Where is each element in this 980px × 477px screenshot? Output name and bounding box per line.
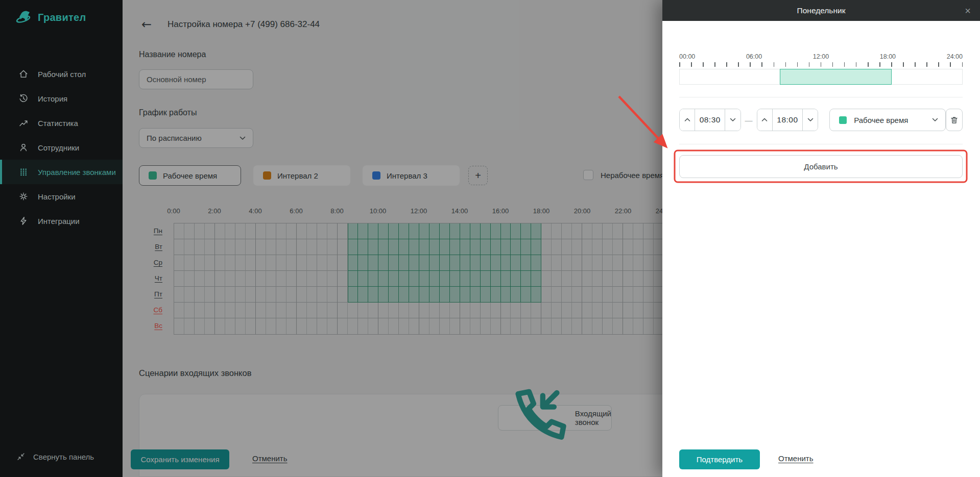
grid-cell[interactable] (205, 271, 215, 287)
grid-cell[interactable] (491, 255, 501, 271)
grid-cell[interactable] (307, 318, 317, 334)
grid-cell[interactable] (491, 223, 501, 239)
grid-cell[interactable] (429, 239, 440, 255)
grid-cell[interactable] (266, 303, 276, 318)
back-button[interactable]: ← (141, 17, 152, 32)
nonworking-checkbox[interactable] (583, 170, 593, 180)
time-from-up-button[interactable] (680, 109, 695, 131)
grid-cell[interactable] (205, 318, 215, 334)
incoming-call-button[interactable]: Входящий звонок (498, 405, 612, 431)
grid-cell[interactable] (246, 287, 256, 303)
grid-cell[interactable] (643, 271, 654, 287)
grid-cell[interactable] (511, 239, 521, 255)
grid-cell[interactable] (327, 318, 338, 334)
grid-cell[interactable] (419, 318, 429, 334)
grid-cell[interactable] (389, 287, 399, 303)
interval-type-select[interactable]: Рабочее время (829, 109, 945, 131)
grid-cell[interactable] (501, 255, 511, 271)
grid-cell[interactable] (592, 223, 603, 239)
grid-cell[interactable] (235, 271, 246, 287)
grid-cell[interactable] (246, 255, 256, 271)
grid-cell[interactable] (429, 303, 440, 318)
grid-cell[interactable] (654, 303, 662, 318)
grid-cell[interactable] (429, 255, 440, 271)
grid-cell[interactable] (317, 223, 327, 239)
timeline-interval-block[interactable] (780, 69, 892, 85)
grid-cell[interactable] (297, 255, 307, 271)
grid-cell[interactable] (256, 255, 266, 271)
confirm-button[interactable]: Подтвердить (679, 449, 760, 469)
grid-cell[interactable] (654, 287, 662, 303)
grid-cell[interactable] (256, 303, 266, 318)
grid-cell[interactable] (582, 303, 592, 318)
cancel-link[interactable]: Отменить (252, 454, 288, 463)
grid-cell[interactable] (572, 303, 582, 318)
grid-cell[interactable] (440, 287, 450, 303)
grid-cell[interactable] (266, 239, 276, 255)
grid-cell[interactable] (276, 271, 286, 287)
grid-cell[interactable] (338, 223, 348, 239)
grid-cell[interactable] (378, 223, 389, 239)
grid-cell[interactable] (541, 223, 552, 239)
grid-cell[interactable] (623, 318, 633, 334)
grid-cell[interactable] (348, 303, 358, 318)
day-label[interactable]: Пт (147, 286, 165, 302)
grid-cell[interactable] (195, 223, 205, 239)
grid-cell[interactable] (389, 271, 399, 287)
grid-cell[interactable] (205, 303, 215, 318)
grid-cell[interactable] (225, 303, 235, 318)
grid-cell[interactable] (246, 303, 256, 318)
grid-cell[interactable] (256, 318, 266, 334)
grid-cell[interactable] (174, 239, 184, 255)
grid-cell[interactable] (225, 239, 235, 255)
grid-cell[interactable] (307, 303, 317, 318)
grid-cell[interactable] (440, 303, 450, 318)
grid-cell[interactable] (501, 271, 511, 287)
grid-cell[interactable] (205, 255, 215, 271)
grid-cell[interactable] (501, 223, 511, 239)
grid-cell[interactable] (368, 318, 378, 334)
grid-cell[interactable] (521, 255, 531, 271)
grid-cell[interactable] (541, 239, 552, 255)
grid-cell[interactable] (521, 287, 531, 303)
grid-cell[interactable] (266, 255, 276, 271)
grid-cell[interactable] (481, 223, 491, 239)
grid-cell[interactable] (552, 239, 562, 255)
grid-cell[interactable] (501, 303, 511, 318)
grid-cell[interactable] (409, 239, 419, 255)
grid-cell[interactable] (389, 303, 399, 318)
timeline-track[interactable] (679, 69, 963, 85)
grid-cell[interactable] (654, 318, 662, 334)
sidebar-item[interactable]: Управление звонками (0, 160, 123, 184)
grid-cell[interactable] (582, 239, 592, 255)
grid-cell[interactable] (215, 223, 225, 239)
grid-cell[interactable] (399, 239, 409, 255)
grid-cell[interactable] (195, 303, 205, 318)
grid-cell[interactable] (623, 271, 633, 287)
grid-cell[interactable] (205, 239, 215, 255)
grid-cell[interactable] (419, 287, 429, 303)
grid-cell[interactable] (429, 271, 440, 287)
grid-cell[interactable] (358, 303, 368, 318)
grid-cell[interactable] (470, 318, 481, 334)
grid-cell[interactable] (592, 287, 603, 303)
grid-cell[interactable] (450, 239, 460, 255)
grid-cell[interactable] (368, 255, 378, 271)
grid-cell[interactable] (348, 239, 358, 255)
grid-cell[interactable] (572, 255, 582, 271)
grid-cell[interactable] (389, 255, 399, 271)
grid-cell[interactable] (358, 239, 368, 255)
grid-cell[interactable] (399, 303, 409, 318)
grid-cell[interactable] (389, 318, 399, 334)
grid-cell[interactable] (348, 223, 358, 239)
grid-cell[interactable] (174, 223, 184, 239)
grid-cell[interactable] (521, 271, 531, 287)
grid-cell[interactable] (613, 287, 623, 303)
grid-cell[interactable] (358, 271, 368, 287)
grid-cell[interactable] (317, 271, 327, 287)
grid-cell[interactable] (378, 318, 389, 334)
grid-cell[interactable] (195, 255, 205, 271)
grid-cell[interactable] (286, 255, 297, 271)
panel-cancel-link[interactable]: Отменить (778, 454, 814, 463)
day-label[interactable]: Чт (147, 270, 165, 286)
